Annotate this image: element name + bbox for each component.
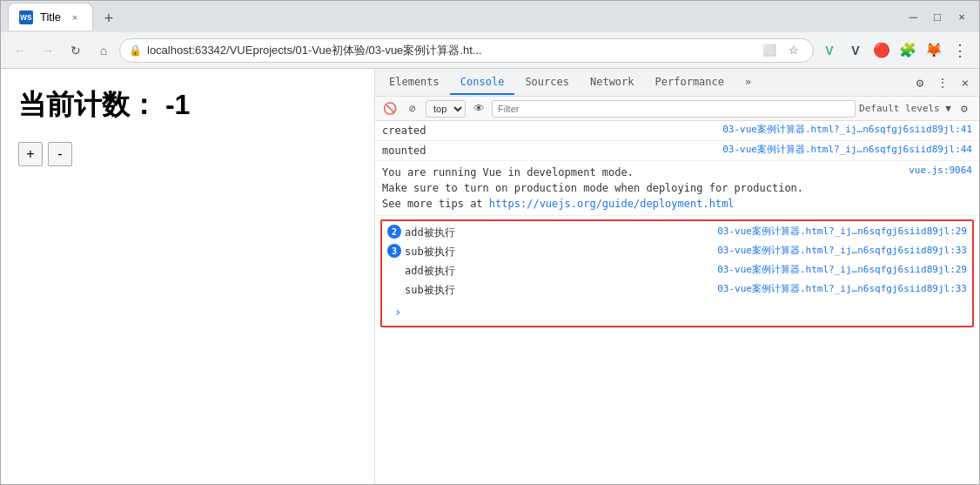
- lock-icon: 🔒: [129, 44, 142, 57]
- filter-toggle-button[interactable]: ⊘: [403, 99, 422, 118]
- filter-input[interactable]: [492, 100, 856, 118]
- restore-button[interactable]: □: [927, 6, 948, 27]
- console-row-created: created 03-vue案例计算器.html?_ij…n6sqfgj6sii…: [375, 121, 979, 141]
- context-selector[interactable]: top: [426, 100, 466, 118]
- counter-buttons: + -: [18, 142, 357, 166]
- console-source-mounted[interactable]: 03-vue案例计算器.html?_ij…n6sqfgj6siid89jl:44: [715, 143, 972, 156]
- console-row-add-1: 2 add被执行 03-vue案例计算器.html?_ij…n6sqfgj6si…: [382, 221, 972, 242]
- vue-deployment-link[interactable]: https://vuejs.org/guide/deployment.html: [489, 198, 735, 210]
- console-prompt-icon: ›: [387, 301, 408, 322]
- devtools-more-icon[interactable]: ⋮: [932, 72, 953, 93]
- tab-favicon: ws: [19, 10, 33, 24]
- ext-vue-green[interactable]: V: [817, 38, 842, 63]
- highlighted-console-group: 2 add被执行 03-vue案例计算器.html?_ij…n6sqfgj6si…: [380, 219, 974, 327]
- console-row-mounted: mounted 03-vue案例计算器.html?_ij…n6sqfgj6sii…: [375, 141, 979, 161]
- address-right-icons: ⬜ ☆: [759, 40, 804, 61]
- tab-console[interactable]: Console: [450, 71, 515, 95]
- tab-elements[interactable]: Elements: [379, 71, 450, 95]
- console-message-mounted: mounted: [382, 143, 715, 158]
- console-settings-icon[interactable]: ⚙: [955, 99, 974, 118]
- badge-2: 2: [387, 225, 401, 239]
- devtools-panel: Elements Console Sources Network Perform…: [375, 69, 979, 484]
- console-row-prompt[interactable]: ›: [382, 300, 972, 326]
- default-levels-dropdown[interactable]: Default levels ▼: [859, 103, 951, 114]
- nav-bar: ← → ↻ ⌂ 🔒 localhost:63342/VUEprojects/01…: [1, 32, 979, 69]
- console-message-sub-1: sub被执行: [405, 244, 710, 259]
- menu-icon[interactable]: ⋮: [948, 38, 972, 63]
- badge-3: 3: [387, 244, 401, 258]
- window-controls: ─ □ ×: [903, 6, 972, 27]
- new-tab-button[interactable]: +: [97, 6, 121, 30]
- devtools-settings-icon[interactable]: ⚙: [910, 72, 930, 93]
- console-row-sub-2: sub被执行 03-vue案例计算器.html?_ij…n6sqfgj6siid…: [382, 280, 972, 300]
- address-bar[interactable]: 🔒 localhost:63342/VUEprojects/01-Vue初体验/…: [119, 38, 814, 63]
- counter-display: 当前计数： -1: [18, 86, 357, 125]
- console-message-add-2: add被执行: [387, 263, 710, 279]
- console-row-sub-1: 3 sub被执行 03-vue案例计算器.html?_ij…n6sqfgj6si…: [382, 242, 972, 261]
- tab-title: Title: [40, 10, 61, 24]
- ext-avatar-icon[interactable]: 🦊: [922, 38, 946, 63]
- minus-button[interactable]: -: [48, 142, 72, 166]
- console-source-sub-1[interactable]: 03-vue案例计算器.html?_ij…n6sqfgj6siid89jl:33: [710, 244, 967, 257]
- console-toolbar: 🚫 ⊘ top 👁 Default levels ▼ ⚙: [375, 97, 979, 121]
- devtools-tabs: Elements Console Sources Network Perform…: [375, 69, 979, 97]
- console-message-sub-2: sub被执行: [387, 282, 710, 298]
- console-message-add-1: add被执行: [405, 225, 710, 240]
- console-source-add-2[interactable]: 03-vue案例计算器.html?_ij…n6sqfgj6siid89jl:29: [710, 263, 967, 276]
- tab-sources[interactable]: Sources: [514, 71, 580, 95]
- console-message-vue-warning: You are running Vue in development mode.…: [382, 165, 902, 212]
- cast-icon[interactable]: ⬜: [759, 40, 780, 61]
- tab-bar: ws Title × +: [8, 3, 892, 30]
- bookmark-icon[interactable]: ☆: [783, 40, 804, 61]
- console-row-vue-warning: You are running Vue in development mode.…: [375, 161, 979, 216]
- tab-network[interactable]: Network: [580, 71, 645, 95]
- counter-value: -1: [165, 89, 190, 120]
- reload-button[interactable]: ↻: [64, 38, 88, 63]
- forward-button[interactable]: →: [36, 38, 60, 63]
- ext-red-icon[interactable]: 🔴: [869, 38, 894, 63]
- eye-icon[interactable]: 👁: [469, 99, 488, 118]
- browser-window: ws Title × + ─ □ × ← → ↻ ⌂ 🔒 localhost:6…: [0, 0, 980, 485]
- plus-button[interactable]: +: [18, 142, 43, 166]
- console-source-sub-2[interactable]: 03-vue案例计算器.html?_ij…n6sqfgj6siid89jl:33: [710, 282, 967, 295]
- tab-performance[interactable]: Performance: [645, 71, 735, 95]
- counter-label: 当前计数：: [18, 89, 158, 120]
- console-source-created[interactable]: 03-vue案例计算器.html?_ij…n6sqfgj6siid89jl:41: [715, 123, 972, 136]
- close-button[interactable]: ×: [951, 6, 972, 27]
- devtools-right-controls: ⚙ ⋮ ×: [910, 72, 976, 93]
- page-content: 当前计数： -1 + -: [1, 69, 375, 484]
- ext-vue-teal[interactable]: V: [843, 38, 868, 63]
- console-row-add-2: add被执行 03-vue案例计算器.html?_ij…n6sqfgj6siid…: [382, 261, 972, 280]
- minimize-button[interactable]: ─: [903, 6, 923, 27]
- ext-puzzle-icon[interactable]: 🧩: [896, 38, 920, 63]
- title-bar: ws Title × + ─ □ ×: [1, 1, 979, 32]
- content-area: 当前计数： -1 + - Elements Console Sources Ne…: [1, 69, 979, 484]
- tab-close-button[interactable]: ×: [68, 10, 82, 24]
- active-tab[interactable]: ws Title ×: [8, 3, 93, 30]
- nav-right-icons: V V 🔴 🧩 🦊 ⋮: [817, 38, 972, 63]
- address-text: localhost:63342/VUEprojects/01-Vue初体验/03…: [147, 43, 754, 58]
- tab-more[interactable]: »: [735, 71, 762, 95]
- home-button[interactable]: ⌂: [91, 38, 116, 63]
- console-output: created 03-vue案例计算器.html?_ij…n6sqfgj6sii…: [375, 121, 979, 484]
- console-source-add-1[interactable]: 03-vue案例计算器.html?_ij…n6sqfgj6siid89jl:29: [710, 225, 967, 238]
- clear-console-button[interactable]: 🚫: [380, 99, 399, 118]
- console-message-created: created: [382, 123, 715, 138]
- console-source-vue[interactable]: vue.js:9064: [902, 165, 972, 176]
- devtools-close-icon[interactable]: ×: [955, 72, 976, 93]
- back-button[interactable]: ←: [8, 38, 32, 63]
